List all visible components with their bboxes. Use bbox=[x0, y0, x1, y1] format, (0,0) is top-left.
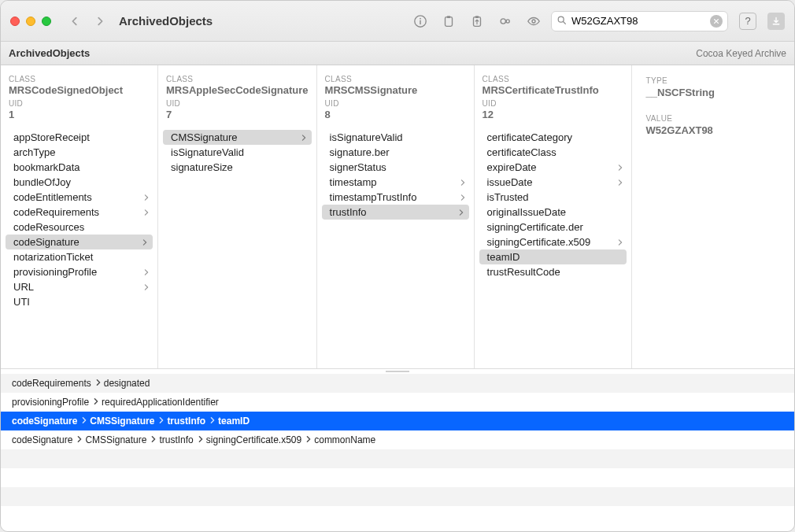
path-segment-label: commonName bbox=[314, 434, 375, 445]
list-item-label: timestampTrustInfo bbox=[330, 191, 417, 203]
list-item[interactable]: signatureSize bbox=[158, 160, 316, 175]
uid-value: 8 bbox=[325, 109, 466, 120]
search-input[interactable] bbox=[571, 15, 705, 27]
list-item[interactable]: isSignatureValid bbox=[158, 145, 316, 160]
path-segment-label: trustInfo bbox=[167, 416, 205, 427]
download-icon bbox=[771, 17, 781, 26]
list-item-label: codeEntitlements bbox=[13, 191, 92, 203]
column-list: CMSSignatureisSignatureValidsignatureSiz… bbox=[158, 125, 316, 179]
list-item[interactable]: signingCertificate.der bbox=[475, 220, 631, 235]
preview-button[interactable] bbox=[523, 10, 545, 32]
browser-column: CLASSMRSCertificateTrustInfoUID12certifi… bbox=[475, 65, 632, 368]
chevron-left-icon bbox=[69, 16, 80, 27]
list-item[interactable]: signature.ber bbox=[317, 145, 474, 160]
class-label: CLASS bbox=[166, 75, 309, 83]
list-item[interactable]: URL bbox=[1, 279, 157, 294]
path-segment: CMSSignature bbox=[90, 416, 165, 427]
list-item-label: trustInfo bbox=[330, 206, 367, 218]
list-item[interactable]: archType bbox=[1, 145, 157, 160]
uid-label: UID bbox=[166, 99, 309, 108]
chevron-right-icon bbox=[93, 379, 102, 387]
close-window-button[interactable] bbox=[10, 17, 20, 26]
result-row[interactable]: codeSignatureCMSSignaturetrustInfosignin… bbox=[1, 430, 794, 449]
list-item[interactable]: signerStatus bbox=[317, 160, 474, 175]
list-item[interactable]: certificateClass bbox=[475, 145, 631, 160]
clipboard-up-icon bbox=[470, 14, 484, 28]
column-list: certificateCategorycertificateClassexpir… bbox=[475, 125, 631, 284]
list-item[interactable]: notarizationTicket bbox=[1, 249, 157, 264]
list-item[interactable]: expireDate bbox=[475, 160, 631, 175]
list-item[interactable]: CMSSignature bbox=[163, 130, 312, 145]
list-item[interactable]: trustInfo bbox=[322, 205, 469, 220]
info-button[interactable] bbox=[409, 10, 431, 32]
uid-value: 1 bbox=[9, 109, 150, 120]
path-segment: requiredApplicationIdentifier bbox=[102, 397, 219, 408]
list-item[interactable]: provisioningProfile bbox=[1, 264, 157, 279]
clipboard-copy-button[interactable] bbox=[438, 10, 460, 32]
clear-search-button[interactable] bbox=[710, 15, 723, 28]
list-item[interactable]: certificateCategory bbox=[475, 130, 631, 145]
minimize-window-button[interactable] bbox=[26, 17, 35, 26]
list-item[interactable]: codeSignature bbox=[6, 235, 153, 249]
list-item[interactable]: signingCertificate.x509 bbox=[475, 235, 631, 249]
breadcrumb[interactable]: ArchivedObjects bbox=[9, 47, 90, 59]
path-segment: commonName bbox=[314, 434, 375, 445]
list-item[interactable]: timestampTrustInfo bbox=[317, 190, 474, 205]
path-segment: trustInfo bbox=[159, 434, 204, 445]
class-label: CLASS bbox=[483, 75, 623, 83]
list-item[interactable]: isTrusted bbox=[475, 190, 631, 205]
zoom-window-button[interactable] bbox=[42, 17, 51, 26]
path-segment: codeRequirements bbox=[12, 378, 102, 389]
path-segment-label: codeSignature bbox=[12, 416, 77, 427]
search-field[interactable] bbox=[551, 11, 728, 31]
list-item[interactable]: isSignatureValid bbox=[317, 130, 474, 145]
class-value: MRSCMSSignature bbox=[325, 84, 466, 96]
list-item[interactable]: bundleOfJoy bbox=[1, 175, 157, 190]
download-button[interactable] bbox=[767, 13, 785, 30]
list-item[interactable]: issueDate bbox=[475, 175, 631, 190]
list-item[interactable]: codeRequirements bbox=[1, 205, 157, 220]
path-segment: provisioningProfile bbox=[12, 397, 100, 408]
column-list: appStoreReceiptarchTypebookmarkDatabundl… bbox=[1, 125, 157, 314]
class-value: MRSCertificateTrustInfo bbox=[483, 84, 623, 96]
list-item[interactable]: originalIssueDate bbox=[475, 205, 631, 220]
link-toggle-button[interactable] bbox=[494, 10, 516, 32]
list-item[interactable]: bookmarkData bbox=[1, 160, 157, 175]
list-item[interactable]: appStoreReceipt bbox=[1, 130, 157, 145]
path-segment-label: trustInfo bbox=[159, 434, 193, 445]
help-button[interactable]: ? bbox=[739, 13, 756, 30]
list-item-label: codeSignature bbox=[13, 236, 80, 248]
clipboard-paste-button[interactable] bbox=[466, 10, 488, 32]
path-segment-label: signingCertificate.x509 bbox=[206, 434, 301, 445]
class-value: MRSAppleSecCodeSignature bbox=[166, 84, 309, 96]
list-item-label: codeResources bbox=[13, 221, 84, 233]
list-item[interactable]: trustResultCode bbox=[475, 264, 631, 279]
list-item[interactable]: codeEntitlements bbox=[1, 190, 157, 205]
traffic-lights bbox=[10, 17, 51, 26]
list-item[interactable]: timestamp bbox=[317, 175, 474, 190]
path-segment: teamID bbox=[218, 416, 250, 427]
list-item[interactable]: UTI bbox=[1, 294, 157, 309]
titlebar: ArchivedObjects ? bbox=[1, 1, 794, 42]
result-row[interactable]: provisioningProfilerequiredApplicationId… bbox=[1, 393, 794, 412]
nav-back-button[interactable] bbox=[65, 12, 84, 31]
result-row[interactable]: codeSignatureCMSSignaturetrustInfoteamID bbox=[1, 412, 794, 430]
svg-rect-6 bbox=[475, 16, 479, 18]
list-item[interactable]: codeResources bbox=[1, 220, 157, 235]
detail-panel: TYPE__NSCFStringVALUEW52GZAXT98 bbox=[632, 65, 794, 368]
list-item-label: certificateCategory bbox=[487, 131, 572, 143]
result-row bbox=[1, 449, 794, 468]
uid-label: UID bbox=[9, 99, 150, 108]
result-row[interactable]: codeRequirementsdesignated bbox=[1, 374, 794, 393]
column-list: isSignatureValidsignature.bersignerStatu… bbox=[317, 125, 474, 224]
browser-column: CLASSMRSCMSSignatureUID8isSignatureValid… bbox=[317, 65, 475, 368]
result-row bbox=[1, 468, 794, 487]
list-item-label: isSignatureValid bbox=[330, 131, 403, 143]
path-segment: codeSignature bbox=[12, 416, 88, 427]
nav-forward-button[interactable] bbox=[91, 12, 109, 31]
list-item-label: bookmarkData bbox=[13, 161, 80, 173]
chevron-right-icon bbox=[74, 436, 83, 444]
path-segment: CMSSignature bbox=[85, 434, 157, 445]
list-item[interactable]: teamID bbox=[479, 249, 627, 264]
path-segment: trustInfo bbox=[167, 416, 216, 427]
